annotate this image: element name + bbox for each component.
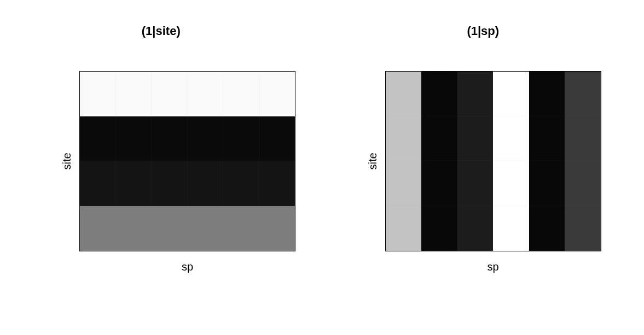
heatmap-cell	[457, 116, 494, 161]
xlabel-right: sp	[385, 261, 601, 273]
heatmap-row	[80, 116, 295, 161]
heatmap-cell	[457, 161, 494, 206]
ylabel-left: site	[61, 152, 73, 169]
heatmap-cell	[386, 116, 422, 161]
heatmap-cell	[116, 72, 152, 116]
heatmap-cell	[565, 116, 601, 161]
heatmap-cell	[188, 116, 224, 161]
heatmap-row	[386, 72, 601, 116]
heatmap-cell	[259, 206, 295, 251]
heatmap-cell	[116, 116, 152, 161]
heatmap-cell	[259, 116, 295, 161]
heatmap-cell	[421, 161, 457, 206]
heatmap-cell	[493, 116, 529, 161]
heatmap-cell	[386, 206, 422, 251]
plot-right: site sp	[385, 71, 601, 251]
heatmap-cell	[188, 161, 224, 206]
plot-left: site sp	[79, 71, 295, 251]
panel-1-sp: (1|sp) site sp	[322, 0, 645, 335]
heatmap-cell	[529, 72, 565, 116]
heatmap-cell	[80, 161, 116, 206]
heatmap-cell	[457, 206, 494, 251]
heatmap-cell	[80, 116, 116, 161]
heatmap-row	[80, 161, 295, 206]
heatmap-cell	[565, 161, 601, 206]
heatmap-cell	[386, 72, 422, 116]
heatmap-cell	[386, 161, 422, 206]
xlabel-left: sp	[79, 261, 295, 273]
heatmap-cell	[493, 206, 529, 251]
heatmap-row	[80, 206, 295, 251]
heatmap-cell	[152, 72, 188, 116]
heatmap-left	[79, 71, 295, 251]
heatmap-cell	[421, 206, 457, 251]
heatmap-cell	[529, 161, 565, 206]
heatmap-cell	[421, 116, 457, 161]
heatmap-row	[80, 72, 295, 116]
heatmap-cell	[421, 72, 457, 116]
heatmap-cell	[188, 72, 224, 116]
heatmap-cell	[529, 206, 565, 251]
heatmap-cell	[80, 72, 116, 116]
heatmap-cell	[565, 206, 601, 251]
heatmap-row	[386, 116, 601, 161]
heatmap-cell	[565, 72, 601, 116]
heatmap-cell	[259, 72, 295, 116]
heatmap-cell	[116, 206, 152, 251]
heatmap-cell	[188, 206, 224, 251]
ylabel-right: site	[367, 152, 379, 169]
heatmap-cell	[116, 161, 152, 206]
panel-1-site: (1|site) site sp	[0, 0, 322, 335]
heatmap-cell	[457, 72, 494, 116]
heatmap-right	[385, 71, 601, 251]
heatmap-row	[386, 161, 601, 206]
heatmap-cell	[223, 72, 259, 116]
heatmap-cell	[152, 161, 188, 206]
panel-title-left: (1|site)	[0, 24, 322, 38]
panel-title-right: (1|sp)	[322, 24, 645, 38]
heatmap-cell	[223, 206, 259, 251]
heatmap-cell	[259, 161, 295, 206]
heatmap-cell	[152, 116, 188, 161]
heatmap-cell	[223, 116, 259, 161]
chart-panels: (1|site) site sp (1|sp) site sp	[0, 0, 644, 335]
heatmap-cell	[80, 206, 116, 251]
heatmap-cell	[152, 206, 188, 251]
heatmap-cell	[493, 161, 529, 206]
heatmap-cell	[529, 116, 565, 161]
heatmap-cell	[493, 72, 529, 116]
heatmap-row	[386, 206, 601, 251]
heatmap-cell	[223, 161, 259, 206]
